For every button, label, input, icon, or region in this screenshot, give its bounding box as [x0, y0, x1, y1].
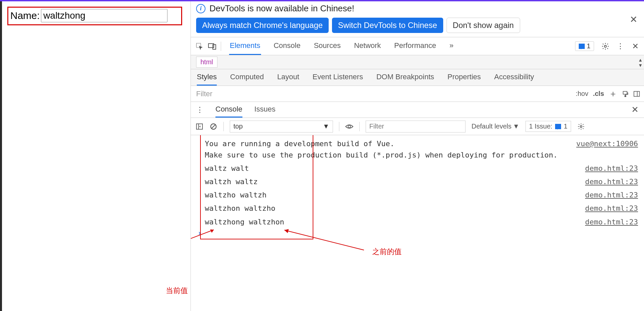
console-filter-input[interactable] [366, 121, 466, 133]
page-left-edge [0, 1, 2, 311]
console-log-row: waltzhon waltzhodemo.html:23 [191, 202, 644, 215]
svg-rect-5 [625, 96, 626, 97]
console-log-row: waltzho waltzhdemo.html:23 [191, 188, 644, 202]
info-icon: i [196, 4, 205, 13]
svg-rect-2 [213, 45, 216, 49]
console-prompt[interactable]: › [191, 229, 644, 237]
name-label: Name: [10, 10, 40, 21]
execution-context-select[interactable]: top ▼ [230, 121, 333, 133]
log-text: waltzh waltz [205, 176, 578, 187]
devtools-panel: i DevTools is now available in Chinese! … [191, 0, 644, 311]
styles-sub-tabs: Styles Computed Layout Event Listeners D… [191, 69, 644, 86]
svg-point-3 [604, 45, 606, 47]
chevron-down-icon: ▼ [513, 123, 519, 130]
close-banner-icon[interactable]: ✕ [630, 14, 637, 25]
svg-point-13 [580, 126, 582, 128]
subtab-accessibility[interactable]: Accessibility [494, 69, 534, 86]
breadcrumb-html[interactable]: html [196, 57, 217, 68]
console-output: You are running a development build of V… [191, 135, 644, 311]
svg-rect-6 [634, 91, 640, 96]
drawer-tab-console[interactable]: Console [215, 102, 242, 118]
subtab-layout[interactable]: Layout [277, 69, 299, 86]
console-log-row: You are running a development build of V… [191, 137, 644, 162]
close-devtools-icon[interactable]: ✕ [631, 43, 639, 50]
banner-text: DevTools is now available in Chinese! [209, 3, 354, 14]
switch-language-button[interactable]: Switch DevTools to Chinese [332, 18, 443, 33]
issues-label: 1 Issue: [529, 123, 552, 130]
language-banner: i DevTools is now available in Chinese! … [191, 0, 644, 37]
levels-label: Default levels [472, 123, 511, 130]
subtab-properties[interactable]: Properties [448, 69, 481, 86]
log-source-link[interactable]: demo.html:23 [578, 176, 638, 187]
toggle-sidebar-icon[interactable] [633, 91, 640, 97]
console-issues-button[interactable]: 1 Issue: 1 [525, 121, 571, 132]
log-text: You are running a development build of V… [205, 138, 570, 161]
subtab-event-listeners[interactable]: Event Listeners [313, 69, 363, 86]
hov-toggle[interactable]: :hov [576, 90, 588, 98]
new-style-rule-icon[interactable]: ＋ [609, 88, 617, 100]
window-top-bar [0, 0, 644, 1]
console-sidebar-toggle-icon[interactable] [195, 123, 203, 131]
name-input[interactable] [41, 9, 167, 22]
clear-console-icon[interactable] [209, 123, 217, 131]
live-expression-icon[interactable] [345, 123, 353, 131]
svg-rect-4 [623, 91, 627, 94]
console-log-row: waltzhong waltzhondemo.html:23 [191, 215, 644, 229]
console-toolbar: top ▼ Default levels ▼ 1 Issue: 1 [191, 118, 644, 135]
more-options-icon[interactable]: ⋮ [617, 42, 624, 51]
subtab-computed[interactable]: Computed [230, 69, 264, 86]
log-source-link[interactable]: vue@next:10906 [570, 138, 638, 150]
annotation-previous-label: 之前的值 [372, 247, 402, 257]
chevron-down-icon: ▼ [323, 123, 329, 130]
annotation-current-label: 当前值 [166, 286, 188, 296]
issues-icon [579, 44, 585, 49]
tab-performance[interactable]: Performance [394, 37, 437, 55]
console-log-row: waltz waltdemo.html:23 [191, 162, 644, 175]
log-source-link[interactable]: demo.html:23 [578, 163, 638, 174]
page-viewport: Name: [0, 0, 191, 311]
subtab-dom-breakpoints[interactable]: DOM Breakpoints [376, 69, 434, 86]
close-drawer-icon[interactable]: ✕ [631, 105, 639, 115]
drawer-tabs: ⋮ Console Issues ✕ [191, 102, 644, 118]
log-levels-select[interactable]: Default levels ▼ [472, 123, 519, 130]
devtools-toolbar: Elements Console Sources Network Perform… [191, 37, 644, 55]
main-tabs: Elements Console Sources Network Perform… [229, 37, 454, 55]
issues-count: 1 [564, 123, 567, 130]
device-toolbar-icon[interactable] [208, 43, 216, 50]
drawer-more-icon[interactable]: ⋮ [196, 106, 203, 114]
inspect-element-icon[interactable] [195, 43, 203, 50]
styles-filter-input[interactable] [195, 88, 572, 100]
tab-elements[interactable]: Elements [229, 37, 261, 55]
log-text: waltzhong waltzhon [205, 216, 578, 228]
subtab-styles[interactable]: Styles [197, 69, 217, 86]
log-text: waltzho waltzh [205, 189, 578, 201]
drawer-tab-issues[interactable]: Issues [254, 102, 276, 118]
console-log-row: waltzh waltzdemo.html:23 [191, 175, 644, 188]
more-tabs-icon[interactable]: » [449, 37, 454, 55]
dom-breadcrumb: html ▲▼ [191, 55, 644, 69]
svg-line-11 [212, 125, 215, 128]
tab-console[interactable]: Console [273, 37, 301, 55]
dismiss-banner-button[interactable]: Don't show again [447, 18, 520, 33]
console-settings-icon[interactable] [577, 123, 585, 131]
styles-filter-row: :hov .cls ＋ [191, 86, 644, 102]
settings-icon[interactable] [601, 43, 609, 50]
paint-icon[interactable] [622, 91, 629, 97]
issues-icon [555, 124, 561, 129]
match-language-button[interactable]: Always match Chrome's language [196, 18, 329, 33]
tab-sources[interactable]: Sources [313, 37, 341, 55]
svg-point-12 [348, 125, 350, 128]
log-text: waltzhon waltzho [205, 203, 578, 214]
log-source-link[interactable]: demo.html:23 [578, 216, 638, 228]
cls-toggle[interactable]: .cls [593, 90, 604, 98]
issues-indicator-button[interactable]: 1 [575, 41, 594, 51]
log-source-link[interactable]: demo.html:23 [578, 203, 638, 214]
context-value: top [233, 123, 243, 130]
name-form-highlight: Name: [7, 7, 182, 25]
scroll-indicator-icon[interactable]: ▲▼ [638, 57, 643, 68]
tab-network[interactable]: Network [353, 37, 382, 55]
log-source-link[interactable]: demo.html:23 [578, 189, 638, 201]
log-text: waltz walt [205, 163, 578, 174]
issues-count: 1 [587, 42, 590, 50]
